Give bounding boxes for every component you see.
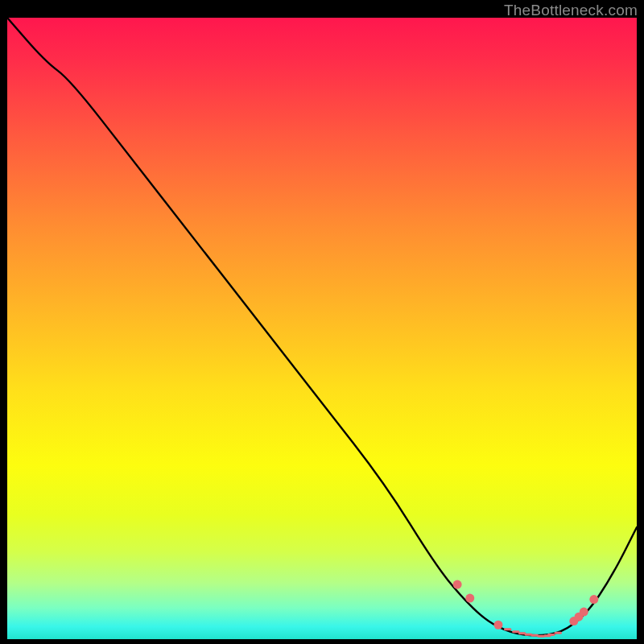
highlight-dot <box>493 621 502 630</box>
bottleneck-curve <box>7 18 637 635</box>
chart-frame <box>7 18 637 639</box>
highlight-dot <box>465 594 474 603</box>
highlight-dots-group <box>453 580 599 637</box>
highlight-dot <box>589 595 598 604</box>
highlight-dot <box>453 580 462 589</box>
chart-svg <box>7 18 637 639</box>
highlight-dot <box>580 608 588 617</box>
watermark-text: TheBottleneck.com <box>504 2 638 19</box>
